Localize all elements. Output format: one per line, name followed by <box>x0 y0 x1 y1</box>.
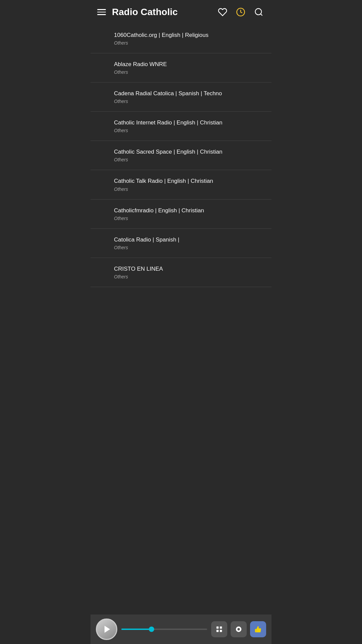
radio-list-item[interactable]: CRISTO EN LINEAOthers <box>90 258 272 287</box>
favorites-button[interactable] <box>217 6 229 18</box>
header-actions <box>217 6 265 18</box>
radio-list-item[interactable]: Catholicfmradio | English | ChristianOth… <box>90 200 272 229</box>
radio-item-title: 1060Catholic.org | English | Religious <box>114 32 265 39</box>
radio-item-title: Catolica Radio | Spanish | <box>114 236 265 244</box>
radio-list-item[interactable]: Catholic Internet Radio | English | Chri… <box>90 112 272 141</box>
radio-list-item[interactable]: Ablaze Radio WNREOthers <box>90 53 272 83</box>
app-title: Radio Catholic <box>112 7 178 17</box>
radio-item-subtitle: Others <box>114 274 265 279</box>
svg-point-1 <box>255 9 262 15</box>
radio-item-subtitle: Others <box>114 245 265 250</box>
radio-list-item[interactable]: Cadena Radial Catolica | Spanish | Techn… <box>90 83 272 112</box>
radio-item-subtitle: Others <box>114 216 265 221</box>
radio-item-subtitle: Others <box>114 157 265 162</box>
radio-item-title: Catholic Talk Radio | English | Christia… <box>114 177 265 185</box>
radio-list-item[interactable]: Catholic Talk Radio | English | Christia… <box>90 170 272 199</box>
radio-item-title: Catholicfmradio | English | Christian <box>114 207 265 214</box>
radio-item-subtitle: Others <box>114 186 265 192</box>
svg-line-2 <box>260 14 262 15</box>
radio-item-title: Catholic Internet Radio | English | Chri… <box>114 119 265 126</box>
radio-item-subtitle: Others <box>114 128 265 133</box>
radio-item-title: CRISTO EN LINEA <box>114 265 265 273</box>
radio-item-title: Catholic Sacred Space | English | Christ… <box>114 148 265 156</box>
radio-list-item[interactable]: Catolica Radio | Spanish |Others <box>90 229 272 258</box>
radio-item-title: Cadena Radial Catolica | Spanish | Techn… <box>114 90 265 97</box>
radio-station-list: 1060Catholic.org | English | ReligiousOt… <box>90 24 272 287</box>
radio-list-item[interactable]: 1060Catholic.org | English | ReligiousOt… <box>90 24 272 53</box>
history-button[interactable] <box>235 6 247 18</box>
radio-item-title: Ablaze Radio WNRE <box>114 61 265 68</box>
app-header: Radio Catholic <box>90 0 272 24</box>
search-button[interactable] <box>253 6 265 18</box>
radio-item-subtitle: Others <box>114 40 265 46</box>
radio-list-item[interactable]: Catholic Sacred Space | English | Christ… <box>90 141 272 170</box>
header-left: Radio Catholic <box>97 7 178 17</box>
radio-item-subtitle: Others <box>114 69 265 75</box>
radio-item-subtitle: Others <box>114 99 265 104</box>
menu-button[interactable] <box>97 9 106 15</box>
